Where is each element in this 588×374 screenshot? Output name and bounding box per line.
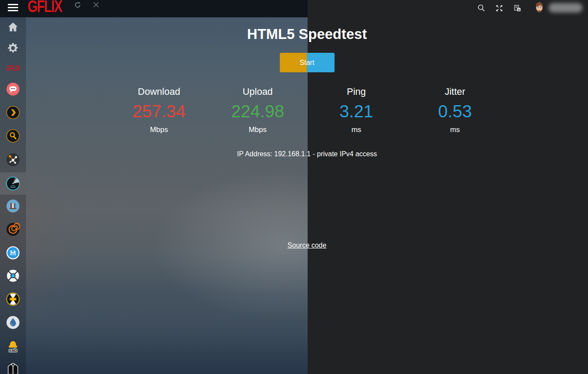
metric-ping: Ping 3.21 ms bbox=[307, 86, 406, 134]
settings-gear-icon bbox=[7, 42, 19, 54]
source-code-link[interactable]: Source code bbox=[288, 242, 327, 249]
username-blurred[interactable] bbox=[549, 3, 582, 13]
home-icon bbox=[7, 21, 19, 33]
search-magnifier-app-icon bbox=[6, 129, 20, 143]
network-graph-icon bbox=[6, 153, 20, 167]
deluge-drop-icon bbox=[6, 316, 20, 329]
sidebar-item-network-graph[interactable] bbox=[0, 153, 26, 167]
metric-download: Download 257.34 Mbps bbox=[110, 86, 209, 134]
page-title: HTML5 Speedtest bbox=[26, 26, 588, 42]
sidebar-item-settings[interactable] bbox=[0, 41, 26, 55]
brand-logo[interactable]: GFLIX bbox=[28, 0, 62, 16]
metric-label: Upload bbox=[209, 86, 307, 98]
sidebar-item-books[interactable] bbox=[0, 199, 26, 213]
sidebar-item-radarr[interactable] bbox=[0, 292, 26, 306]
speedtest-gauge-icon bbox=[6, 176, 20, 191]
gflix-mini-logo: GFLIX bbox=[6, 64, 19, 72]
metric-unit: Mbps bbox=[209, 126, 307, 134]
floppy-disk-icon bbox=[6, 246, 20, 260]
app-window: GFLIX A bbox=[0, 0, 588, 374]
user-avatar[interactable] bbox=[533, 1, 546, 14]
sonarr-icon bbox=[6, 269, 20, 283]
sidebar-item-deluge[interactable] bbox=[0, 316, 26, 329]
metric-upload: Upload 224.98 Mbps bbox=[209, 86, 307, 134]
chat-bubble-icon bbox=[6, 82, 20, 96]
sidebar-item-sonarr[interactable] bbox=[0, 269, 26, 283]
sidebar-item-plex[interactable] bbox=[0, 106, 26, 119]
metric-label: Ping bbox=[307, 86, 406, 98]
ip-address-text: IP Address: 192.168.1.1 - private IPv4 a… bbox=[26, 150, 588, 158]
search-icon[interactable] bbox=[477, 4, 485, 12]
metric-label: Jitter bbox=[406, 86, 504, 98]
metric-value: 0.53 bbox=[406, 100, 504, 122]
sidebar-item-chat[interactable] bbox=[0, 82, 26, 96]
metric-unit: ms bbox=[307, 126, 406, 134]
metric-jitter: Jitter 0.53 ms bbox=[406, 86, 504, 134]
memoji-avatar bbox=[533, 1, 546, 14]
metrics-row: Download 257.34 Mbps Upload 224.98 Mbps … bbox=[110, 86, 504, 134]
speedtest-panel: HTML5 Speedtest Start Download 257.34 Mb… bbox=[26, 17, 588, 374]
metric-value: 3.21 bbox=[307, 100, 406, 122]
sidebar-item-grafana[interactable] bbox=[0, 222, 26, 236]
metric-value: 257.34 bbox=[110, 100, 209, 122]
svg-text:A: A bbox=[518, 8, 520, 11]
sidebar: GFLIX bbox=[0, 17, 26, 374]
translate-icon[interactable]: A bbox=[514, 4, 521, 12]
start-button[interactable]: Start bbox=[280, 53, 334, 72]
metric-unit: ms bbox=[406, 126, 504, 134]
close-icon[interactable] bbox=[93, 1, 100, 8]
sidebar-item-jackett[interactable] bbox=[0, 362, 26, 374]
radarr-icon bbox=[6, 292, 20, 306]
sidebar-item-speedtest[interactable] bbox=[0, 177, 26, 190]
topbar: GFLIX bbox=[0, 0, 308, 17]
start-button-label: Start bbox=[280, 53, 334, 72]
bookshelf-icon bbox=[6, 199, 20, 213]
metric-value: 224.98 bbox=[209, 100, 307, 122]
sidebar-item-search-app[interactable] bbox=[0, 129, 26, 143]
hamburger-menu-icon[interactable] bbox=[8, 4, 18, 11]
grafana-icon bbox=[6, 222, 20, 236]
refresh-icon[interactable] bbox=[74, 1, 81, 9]
plex-icon bbox=[6, 106, 20, 119]
metric-unit: Mbps bbox=[110, 126, 209, 134]
sidebar-item-floppy[interactable] bbox=[0, 246, 26, 260]
jackett-icon bbox=[6, 362, 20, 374]
sabnzbd-label: sab bbox=[9, 348, 17, 353]
sidebar-item-home[interactable] bbox=[0, 20, 26, 34]
source-code-link-row: Source code bbox=[26, 242, 588, 249]
fullscreen-expand-icon[interactable] bbox=[495, 4, 503, 12]
metric-label: Download bbox=[110, 86, 209, 98]
sidebar-item-gflix[interactable]: GFLIX bbox=[0, 61, 26, 75]
sidebar-item-sabnzbd[interactable]: sab bbox=[0, 339, 26, 353]
